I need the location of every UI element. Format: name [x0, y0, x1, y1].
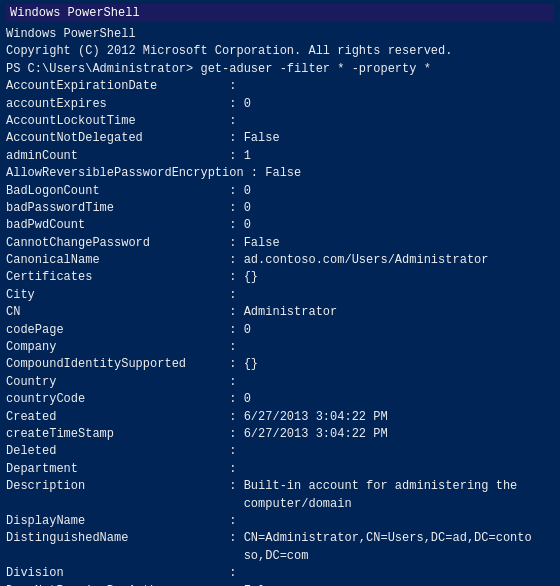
terminal-line: badPasswordTime : 0 — [6, 200, 554, 217]
terminal-line: codePage : 0 — [6, 322, 554, 339]
terminal-line: Deleted : — [6, 443, 554, 460]
terminal-line: AllowReversiblePasswordEncryption : Fals… — [6, 165, 554, 182]
terminal-line: countryCode : 0 — [6, 391, 554, 408]
terminal-line: adminCount : 1 — [6, 148, 554, 165]
terminal-line: CanonicalName : ad.contoso.com/Users/Adm… — [6, 252, 554, 269]
terminal-line: AccountExpirationDate : — [6, 78, 554, 95]
terminal-line: Department : — [6, 461, 554, 478]
terminal-line: Country : — [6, 374, 554, 391]
terminal-line: CN : Administrator — [6, 304, 554, 321]
terminal-line: AccountNotDelegated : False — [6, 130, 554, 147]
terminal-line: CannotChangePassword : False — [6, 235, 554, 252]
terminal-line: BadLogonCount : 0 — [6, 183, 554, 200]
terminal-window: Windows PowerShell Windows PowerShellCop… — [0, 0, 560, 586]
terminal-line: Company : — [6, 339, 554, 356]
terminal-line: City : — [6, 287, 554, 304]
terminal-line: Copyright (C) 2012 Microsoft Corporation… — [6, 43, 554, 60]
terminal-line: Description : Built-in account for admin… — [6, 478, 554, 495]
terminal-line: computer/domain — [6, 496, 554, 513]
terminal-line: PS C:\Users\Administrator> get-aduser -f… — [6, 61, 554, 78]
terminal-line: Division : — [6, 565, 554, 582]
terminal-line: accountExpires : 0 — [6, 96, 554, 113]
terminal-line: Certificates : {} — [6, 269, 554, 286]
terminal-line: AccountLockoutTime : — [6, 113, 554, 130]
title-bar: Windows PowerShell — [6, 4, 554, 22]
terminal-line: DisplayName : — [6, 513, 554, 530]
terminal-line: badPwdCount : 0 — [6, 217, 554, 234]
terminal-line: CompoundIdentitySupported : {} — [6, 356, 554, 373]
terminal-line: DoesNotRequirePreAuth : False — [6, 583, 554, 587]
terminal-line: so,DC=com — [6, 548, 554, 565]
terminal-line: Created : 6/27/2013 3:04:22 PM — [6, 409, 554, 426]
output-container: Windows PowerShellCopyright (C) 2012 Mic… — [6, 26, 554, 586]
terminal-line: DistinguishedName : CN=Administrator,CN=… — [6, 530, 554, 547]
terminal-line: Windows PowerShell — [6, 26, 554, 43]
terminal-line: createTimeStamp : 6/27/2013 3:04:22 PM — [6, 426, 554, 443]
